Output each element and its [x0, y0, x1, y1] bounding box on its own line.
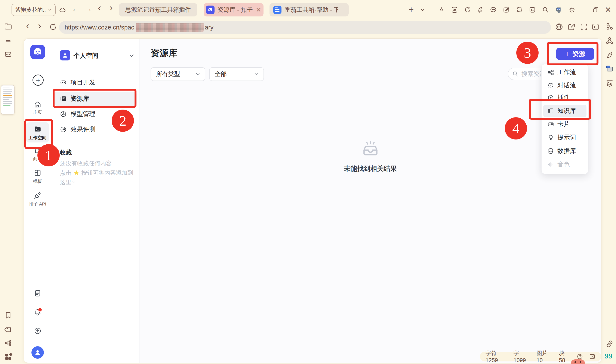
add-space-button[interactable]: + [32, 75, 44, 86]
ai-robot-icon[interactable] [555, 6, 562, 14]
theme-brightness-icon[interactable] [568, 6, 575, 13]
upgrade-arrow-icon[interactable] [34, 327, 41, 335]
link-icon[interactable] [605, 340, 614, 348]
tab-close-icon[interactable]: ✕ [256, 6, 261, 14]
stat-blocks: 块 58 [559, 350, 571, 363]
devtools-terminal-icon[interactable] [591, 23, 600, 31]
window-switcher-pill[interactable]: 紫袍黄花的... [12, 4, 56, 16]
type-filter-select[interactable]: 所有类型 [151, 67, 205, 81]
font-setting-icon[interactable] [438, 6, 445, 13]
menu-item-card[interactable]: 卡片 [543, 118, 587, 130]
chevron-down-icon [195, 71, 201, 77]
fullscreen-icon[interactable] [580, 23, 588, 31]
favorites-empty-line2: 点击 按钮可将内容添加到 [60, 169, 133, 177]
personal-space-avatar [60, 50, 70, 60]
flow-tree-icon[interactable] [4, 339, 13, 347]
coze-logo-icon [206, 6, 215, 14]
compose-icon[interactable] [503, 6, 510, 13]
html5-icon[interactable] [605, 79, 614, 88]
api-plug-icon[interactable] [33, 191, 42, 200]
chevron-down-icon [47, 7, 52, 12]
extensions-puzzle-icon[interactable] [516, 6, 523, 13]
outline-list-icon[interactable] [4, 36, 13, 44]
search-icon [512, 71, 519, 77]
prompt-bulb-icon [548, 134, 554, 141]
annotation-rect-resource-library [53, 89, 137, 108]
restore-window-icon[interactable] [592, 6, 599, 13]
open-in-window-icon[interactable] [567, 23, 576, 31]
leaf-icon[interactable] [477, 6, 484, 13]
terminal-icon[interactable] [529, 6, 536, 13]
tab-resource-library-active[interactable]: 资源库 - 扣子 ✕ [204, 3, 263, 16]
divider [603, 20, 603, 364]
files-folder-icon[interactable] [4, 22, 13, 31]
menu-item-voice-disabled: 音色 [543, 158, 587, 171]
close-window-icon[interactable]: ✕ [605, 6, 611, 14]
nav-home-label[interactable]: 主页 [24, 109, 51, 115]
personal-space-name[interactable]: 个人空间 [74, 52, 98, 60]
robot-face-icon [60, 79, 67, 86]
quill-pen-icon[interactable] [605, 51, 614, 59]
quote-badge[interactable]: 99 [605, 352, 613, 360]
refresh-icon[interactable] [464, 6, 471, 13]
sidebar-item-project-dev[interactable]: 项目开发 [54, 76, 137, 89]
page-preview-thumbnail[interactable] [1, 85, 14, 115]
annotation-step-1: 1 [37, 144, 60, 166]
inbox-icon[interactable] [4, 50, 13, 59]
webhook-icon[interactable] [605, 22, 614, 31]
coze-logo[interactable] [30, 45, 45, 59]
cloud-sync-icon[interactable] [58, 6, 66, 14]
search-icon[interactable] [542, 6, 549, 13]
tab-list-chevron-icon[interactable] [419, 7, 426, 13]
bookmark-icon[interactable] [4, 311, 13, 320]
address-bar[interactable]: https://www.coze.cn/spac ary [59, 21, 551, 34]
prev-tab-icon[interactable]: ‹ [98, 4, 101, 12]
tab-tomato-help[interactable]: 番茄工具箱-帮助 - 下 [270, 3, 349, 16]
forward-icon[interactable]: → [84, 5, 92, 13]
performance-gauge-icon[interactable] [451, 6, 458, 13]
divider [432, 6, 432, 14]
help-icon[interactable] [576, 353, 583, 360]
url-redacted-blur [136, 23, 204, 32]
favorites-empty-line1: 还没有收藏任何内容 [60, 160, 112, 167]
home-icon[interactable] [34, 101, 41, 108]
user-avatar[interactable] [31, 346, 44, 359]
tag-icon[interactable] [4, 325, 13, 334]
back-icon[interactable]: ← [71, 5, 80, 13]
chevron-down-icon [254, 71, 259, 77]
nav-api-label[interactable]: 扣子 API [24, 201, 51, 207]
minimize-icon[interactable]: − [581, 6, 586, 14]
share-nodes-icon[interactable] [605, 36, 614, 45]
notifications-bell-icon[interactable] [34, 308, 41, 316]
annotation-rect-knowledge [529, 99, 591, 120]
voice-wave-icon [548, 161, 554, 168]
browser-window-icon[interactable] [605, 65, 614, 73]
new-tab-icon[interactable]: + [409, 6, 414, 14]
docs-icon[interactable] [34, 289, 41, 297]
menu-item-chatflow[interactable]: 对话流 [543, 79, 587, 92]
empty-tray-icon [139, 141, 601, 156]
tab-siyuan-plugin[interactable]: 思源笔记番茄工具箱插件 [119, 3, 197, 16]
space-chevron-down-icon[interactable] [128, 52, 135, 59]
sidebar-item-label: 项目开发 [70, 78, 96, 87]
browser-refresh-icon[interactable] [49, 23, 57, 31]
menu-item-database[interactable]: 数据库 [543, 145, 587, 157]
menu-item-workflow[interactable]: 工作流 [543, 66, 587, 78]
notification-dot [38, 307, 42, 312]
browser-back-icon[interactable]: ‹ [26, 22, 29, 29]
annotation-step-4: 4 [505, 117, 527, 140]
template-icon[interactable] [34, 169, 41, 177]
collapse-panel-icon[interactable] [589, 353, 596, 360]
nav-template-label[interactable]: 模板 [24, 178, 51, 184]
scope-filter-select[interactable]: 全部 [209, 67, 264, 81]
widgets-blocks-icon[interactable] [4, 352, 13, 361]
browser-forward-icon[interactable]: › [38, 22, 41, 29]
card-icon [548, 121, 554, 128]
next-tab-icon[interactable]: › [110, 4, 113, 12]
star-icon [73, 169, 80, 176]
menu-item-prompt[interactable]: 提示词 [543, 131, 587, 144]
stat-images: 图片 10 [536, 350, 553, 363]
chat-bubble-icon[interactable] [490, 6, 497, 13]
window-switcher-label: 紫袍黄花的... [15, 6, 46, 14]
site-language-globe-icon[interactable] [555, 23, 563, 31]
